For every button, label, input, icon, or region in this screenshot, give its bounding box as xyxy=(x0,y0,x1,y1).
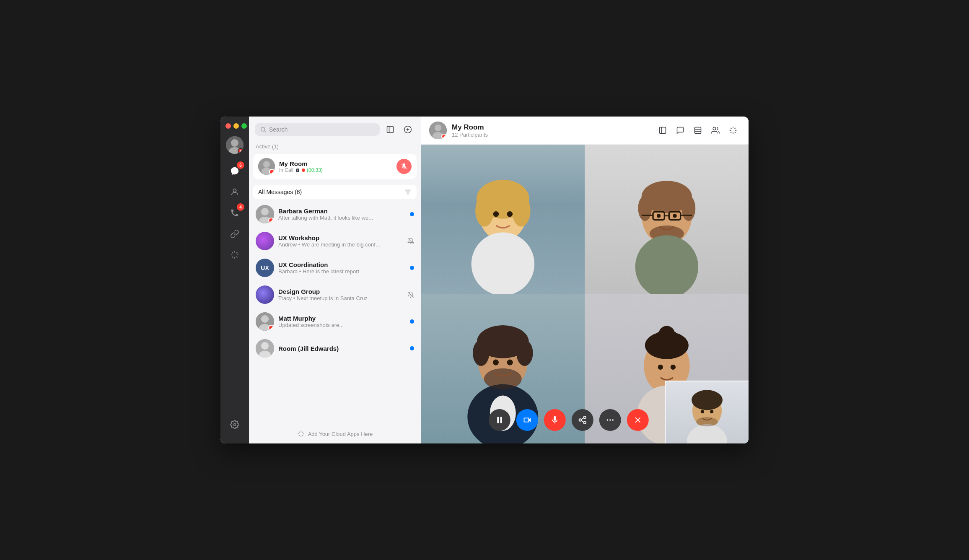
cloud-apps-button[interactable]: Add Your Cloud Apps Here xyxy=(249,424,421,443)
chat-button[interactable] xyxy=(673,123,687,137)
svg-point-59 xyxy=(507,360,513,366)
bell-muted-icon xyxy=(407,238,414,244)
sidebar-item-messages[interactable]: 6 xyxy=(226,162,244,180)
active-label: Active (1) xyxy=(256,143,414,150)
conv-info: Barbara German After talking with Matt, … xyxy=(278,207,406,221)
active-room-name: My Room xyxy=(279,160,392,167)
conv-avatar xyxy=(256,339,274,358)
svg-point-7 xyxy=(263,161,270,168)
active-room-info: My Room In Call (00:33) xyxy=(279,160,392,173)
svg-point-47 xyxy=(657,214,661,218)
room-title: My Room xyxy=(452,123,650,132)
svg-point-85 xyxy=(696,417,718,426)
conv-avatar xyxy=(256,205,274,223)
share-button[interactable] xyxy=(572,409,593,431)
pause-button[interactable] xyxy=(489,409,510,431)
svg-point-31 xyxy=(475,195,494,227)
main-content: My Room 12 Participants xyxy=(421,117,749,443)
conv-info: Room (Jill Edwards) xyxy=(278,345,406,352)
svg-point-32 xyxy=(512,195,530,227)
conv-preview: Barbara • Here is the latest report xyxy=(278,268,406,275)
app-window: 6 4 xyxy=(220,117,749,443)
list-item[interactable]: UX UX Coordination Barbara • Here is the… xyxy=(249,254,421,281)
sidebar-item-contacts[interactable] xyxy=(226,183,244,201)
conv-name: Matt Murphy xyxy=(278,315,406,322)
search-input-wrap[interactable] xyxy=(255,123,380,136)
svg-point-71 xyxy=(584,416,586,419)
minimize-button[interactable] xyxy=(233,123,239,129)
status-text: In Call xyxy=(279,167,293,173)
active-room-badge xyxy=(269,169,275,175)
calls-badge: 4 xyxy=(237,203,244,211)
svg-rect-23 xyxy=(660,127,666,134)
more-options-button[interactable] xyxy=(599,409,621,431)
cloud-apps-label: Add Your Cloud Apps Here xyxy=(308,431,373,437)
close-button[interactable] xyxy=(225,123,231,129)
svg-line-75 xyxy=(581,418,584,420)
sidebar-item-spark[interactable] xyxy=(226,246,244,264)
svg-point-64 xyxy=(658,326,674,342)
rooms-header-button[interactable] xyxy=(656,123,670,137)
svg-point-40 xyxy=(681,196,695,221)
lock-icon xyxy=(295,168,300,173)
svg-point-68 xyxy=(670,365,675,370)
user-avatar[interactable] xyxy=(226,136,244,154)
files-button[interactable] xyxy=(691,123,705,137)
svg-point-27 xyxy=(713,127,716,130)
conv-preview: Tracy • Next meetup is in Santa Cruz xyxy=(278,295,403,301)
list-item[interactable]: Barbara German After talking with Matt, … xyxy=(249,201,421,228)
compose-button[interactable] xyxy=(401,122,415,137)
conv-preview: Updated screenshots are... xyxy=(278,322,406,328)
active-room-item[interactable]: My Room In Call (00:33) xyxy=(253,154,417,179)
sidebar-item-links[interactable] xyxy=(226,225,244,243)
list-item[interactable]: Room (Jill Edwards) xyxy=(249,335,421,362)
sidebar-item-calls[interactable]: 4 xyxy=(226,204,244,222)
svg-point-72 xyxy=(579,419,582,421)
svg-point-82 xyxy=(687,424,727,443)
active-room-status: In Call (00:33) xyxy=(279,167,392,173)
conv-avatar xyxy=(256,232,274,250)
conv-meta xyxy=(410,346,414,350)
members-button[interactable] xyxy=(708,123,723,137)
sidebar-bottom xyxy=(226,416,244,437)
svg-point-20 xyxy=(259,351,271,358)
svg-point-21 xyxy=(435,124,441,131)
conv-preview: Andrew • We are meeting in the big conf.… xyxy=(278,241,403,248)
svg-point-77 xyxy=(609,419,611,421)
call-controls xyxy=(489,409,649,431)
mute-button[interactable] xyxy=(396,159,412,174)
sidebar-navigation: 6 4 xyxy=(220,162,249,416)
video-button[interactable] xyxy=(516,409,538,431)
sidebar-item-settings[interactable] xyxy=(226,416,244,433)
search-input[interactable] xyxy=(269,126,375,133)
recording-dot xyxy=(302,169,305,172)
list-item[interactable]: UX Workshop Andrew • We are meeting in t… xyxy=(249,228,421,254)
maximize-button[interactable] xyxy=(241,123,247,129)
svg-rect-24 xyxy=(695,127,701,134)
svg-rect-69 xyxy=(497,417,499,423)
spark-header-button[interactable] xyxy=(726,123,740,137)
conv-name: Barbara German xyxy=(278,207,406,215)
conv-meta xyxy=(407,291,414,298)
rooms-button[interactable] xyxy=(383,122,397,137)
svg-point-39 xyxy=(638,196,652,221)
participants-count: 12 Participants xyxy=(452,132,650,138)
list-item[interactable]: Matt Murphy Updated screenshots are... xyxy=(249,308,421,335)
end-call-button[interactable] xyxy=(627,409,649,431)
asterisk-icon xyxy=(297,430,305,438)
conv-name: UX Coordination xyxy=(278,261,406,268)
svg-point-48 xyxy=(673,214,677,218)
messages-filter[interactable]: All Messages (6) xyxy=(253,185,417,199)
list-item[interactable]: Design Group Tracy • Next meetup is in S… xyxy=(249,281,421,308)
conversation-list: Barbara German After talking with Matt, … xyxy=(249,201,421,424)
header-actions xyxy=(656,123,740,137)
svg-point-76 xyxy=(607,419,609,421)
svg-point-34 xyxy=(471,233,534,294)
svg-point-4 xyxy=(261,127,265,131)
svg-point-54 xyxy=(516,340,533,366)
video-cell-1 xyxy=(421,145,585,294)
mute-call-button[interactable] xyxy=(544,409,566,431)
conv-avatar: UX xyxy=(256,259,274,277)
unread-indicator xyxy=(410,319,414,324)
conv-avatar-badge xyxy=(268,325,274,331)
